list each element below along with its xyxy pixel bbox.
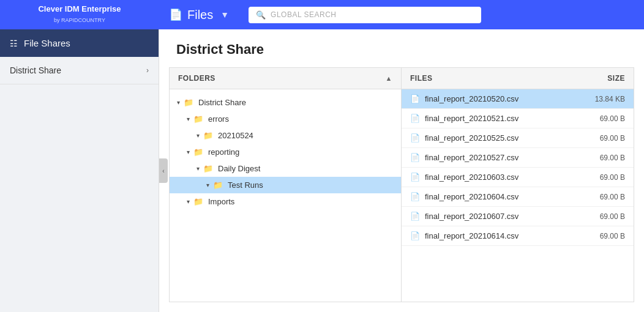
- file-row[interactable]: 📄final_report_20210520.csv13.84 KB: [402, 89, 634, 109]
- folder-item[interactable]: ▾📁errors: [170, 111, 401, 127]
- file-row[interactable]: 📄final_report_20210527.csv69.00 B: [402, 148, 634, 168]
- folder-icon: 📁: [213, 180, 223, 190]
- file-size: 69.00 B: [570, 154, 625, 162]
- files-col-label: FILES: [410, 74, 570, 83]
- folder-name: errors: [208, 114, 229, 124]
- sort-icon[interactable]: ▲: [386, 75, 392, 82]
- folder-item[interactable]: ▾📁reporting: [170, 144, 401, 160]
- chevron-right-icon: ›: [146, 66, 149, 75]
- folder-name: District Share: [198, 98, 246, 107]
- file-name: final_report_20210525.csv: [425, 133, 570, 143]
- search-placeholder[interactable]: GLOBAL SEARCH: [271, 10, 336, 19]
- folder-icon: 📁: [184, 98, 193, 107]
- panels-row: FOLDERS ▲ ▾📁District Share▾📁errors▾📁2021…: [159, 67, 644, 312]
- file-row[interactable]: 📄final_report_20210607.csv69.00 B: [402, 207, 634, 226]
- size-col-label: SIZE: [570, 74, 625, 83]
- file-size: 69.00 B: [570, 232, 625, 240]
- folder-name: Daily Digest: [218, 164, 260, 173]
- sidebar: ☷ File Shares District Share ›: [0, 29, 159, 312]
- folders-label: FOLDERS: [178, 74, 215, 83]
- files-panel-header: FILES SIZE: [402, 68, 634, 89]
- file-row[interactable]: 📄final_report_20210603.csv69.00 B: [402, 168, 634, 187]
- file-name: final_report_20210614.csv: [425, 231, 570, 240]
- file-icon: 📄: [410, 212, 420, 221]
- file-size: 69.00 B: [570, 193, 625, 201]
- file-row[interactable]: 📄final_report_20210521.csv69.00 B: [402, 109, 634, 128]
- file-name: final_report_20210607.csv: [425, 212, 570, 221]
- file-name: final_report_20210520.csv: [425, 94, 570, 103]
- file-icon: 📄: [410, 173, 420, 182]
- chevron-icon: ▾: [187, 116, 190, 122]
- file-size: 69.00 B: [570, 114, 625, 123]
- chevron-icon: ▾: [187, 198, 190, 205]
- top-header: Clever IDM Enterprise by RAPIDCOUNTRY 📄 …: [0, 0, 644, 29]
- folder-icon: 📁: [193, 197, 203, 206]
- file-icon: 📄: [410, 231, 420, 240]
- folder-item[interactable]: ▾📁Imports: [170, 193, 401, 210]
- file-row[interactable]: 📄final_report_20210604.csv69.00 B: [402, 187, 634, 207]
- folder-item[interactable]: ▾📁Daily Digest: [170, 160, 401, 177]
- file-name: final_report_20210604.csv: [425, 192, 570, 201]
- file-size: 13.84 KB: [570, 95, 625, 103]
- brand-area: Clever IDM Enterprise by RAPIDCOUNTRY: [0, 0, 159, 29]
- folder-item[interactable]: ▾📁Test Runs: [170, 177, 401, 193]
- file-name: final_report_20210521.csv: [425, 114, 570, 123]
- folder-tree: ▾📁District Share▾📁errors▾📁20210524▾📁repo…: [170, 89, 401, 302]
- sidebar-nav-label: District Share: [10, 65, 61, 75]
- folder-name: Imports: [208, 197, 234, 206]
- folder-icon: 📁: [203, 164, 213, 173]
- file-icon: 📄: [410, 94, 420, 103]
- chevron-icon: ▾: [197, 165, 200, 172]
- search-area: 🔍 GLOBAL SEARCH: [239, 7, 644, 23]
- search-box[interactable]: 🔍 GLOBAL SEARCH: [249, 7, 481, 23]
- file-icon: 📄: [410, 133, 420, 143]
- file-icon: 📄: [410, 114, 420, 123]
- file-icon: 📄: [410, 192, 420, 201]
- sidebar-section-label: File Shares: [24, 38, 70, 48]
- folder-icon: 📁: [203, 131, 213, 140]
- folder-icon: 📁: [193, 114, 203, 124]
- folder-item[interactable]: ▾📁20210524: [170, 127, 401, 144]
- collapse-toggle[interactable]: ‹: [159, 158, 168, 183]
- header-middle: 📄 Files ▼: [159, 8, 239, 22]
- file-size: 69.00 B: [570, 134, 625, 143]
- brand-name: Clever IDM Enterprise by RAPIDCOUNTRY: [38, 4, 121, 25]
- file-icon: 📄: [169, 8, 182, 21]
- file-row[interactable]: 📄final_report_20210614.csv69.00 B: [402, 226, 634, 246]
- search-icon: 🔍: [256, 10, 266, 20]
- files-label: Files: [187, 8, 213, 22]
- folders-panel-header: FOLDERS ▲: [170, 68, 401, 89]
- chevron-icon: ▾: [177, 99, 180, 106]
- folders-panel: FOLDERS ▲ ▾📁District Share▾📁errors▾📁2021…: [169, 67, 402, 302]
- chevron-icon: ▾: [206, 182, 209, 188]
- folder-name: reporting: [208, 147, 239, 157]
- chevron-icon: ▾: [197, 132, 200, 139]
- sidebar-section-header: ☷ File Shares: [0, 29, 159, 57]
- file-name: final_report_20210527.csv: [425, 153, 570, 162]
- shares-icon: ☷: [10, 39, 18, 48]
- sidebar-item-district-share[interactable]: District Share ›: [0, 57, 159, 84]
- content-area: ‹ District Share FOLDERS ▲ ▾📁District Sh…: [159, 29, 644, 312]
- folder-item[interactable]: ▾📁District Share: [170, 94, 401, 111]
- page-title: District Share: [159, 29, 644, 67]
- file-name: final_report_20210603.csv: [425, 173, 570, 182]
- chevron-icon: ▾: [187, 149, 190, 155]
- main-layout: ☷ File Shares District Share › ‹ Distric…: [0, 29, 644, 312]
- file-size: 69.00 B: [570, 173, 625, 182]
- file-row[interactable]: 📄final_report_20210525.csv69.00 B: [402, 128, 634, 148]
- files-list: 📄final_report_20210520.csv13.84 KB📄final…: [402, 89, 634, 302]
- folder-name: 20210524: [218, 131, 253, 140]
- file-icon: 📄: [410, 153, 420, 162]
- dropdown-icon[interactable]: ▼: [220, 10, 229, 20]
- file-size: 69.00 B: [570, 212, 625, 221]
- files-panel: FILES SIZE 📄final_report_20210520.csv13.…: [402, 67, 634, 302]
- folder-name: Test Runs: [228, 180, 263, 190]
- folder-icon: 📁: [193, 147, 203, 157]
